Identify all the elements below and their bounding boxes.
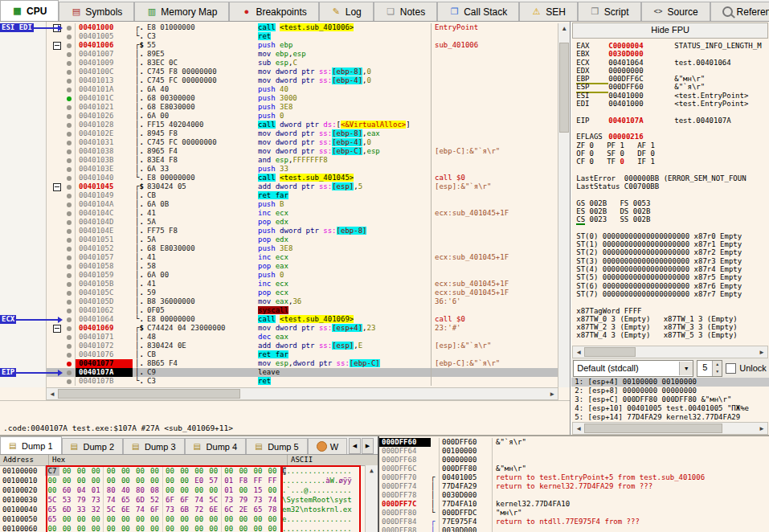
- disasm-row[interactable]: 00401058│.58pop eax: [0, 262, 570, 271]
- hex-byte[interactable]: 00: [265, 514, 280, 524]
- hex-byte[interactable]: 65: [45, 505, 59, 514]
- hex-byte[interactable]: 6E: [207, 505, 221, 514]
- hex-byte[interactable]: 00: [265, 466, 280, 476]
- hex-byte[interactable]: 73: [251, 495, 265, 505]
- hex-byte[interactable]: 6F: [162, 495, 178, 505]
- breakpoint-gutter[interactable]: [63, 129, 75, 138]
- argument-row[interactable]: 5: [esp+14] 77D4FA29 kernel32.77D4FA29: [571, 413, 769, 422]
- tab-notes[interactable]: ❏Notes: [374, 2, 437, 21]
- hex-byte[interactable]: 00: [133, 466, 147, 476]
- breakpoint-gutter[interactable]: [63, 306, 75, 315]
- fold-toggle-icon[interactable]: [53, 325, 61, 333]
- fold-cell[interactable]: [46, 182, 63, 191]
- hex-byte[interactable]: 74: [133, 505, 147, 514]
- breakpoint-gutter[interactable]: [63, 253, 75, 262]
- breakpoint-dot-icon[interactable]: [67, 264, 72, 269]
- breakpoint-dot-icon[interactable]: [67, 220, 72, 225]
- hex-byte[interactable]: 00: [221, 514, 236, 524]
- hex-byte[interactable]: 04: [74, 485, 88, 495]
- breakpoint-gutter[interactable]: [63, 280, 75, 289]
- disasm-row[interactable]: 0040100C│.C745 F8 00000000mov dword ptr …: [0, 68, 570, 76]
- dump-tab-5[interactable]: ▤Dump 5: [246, 438, 308, 454]
- breakpoint-dot-icon[interactable]: [67, 26, 72, 31]
- breakpoint-dot-icon[interactable]: [67, 203, 72, 207]
- breakpoint-dot-icon[interactable]: [67, 70, 72, 75]
- disasm-row[interactable]: 0040101C│.68 00300000push 3000: [0, 94, 570, 103]
- disasm-row[interactable]: 00401028│.FF15 40204000call dword ptr ds…: [0, 121, 570, 129]
- breakpoint-dot-icon[interactable]: [67, 176, 72, 181]
- stack-row[interactable]: 000DFF70┌00401005return to test.EntryPoi…: [379, 473, 769, 482]
- hex-byte[interactable]: 73: [88, 495, 103, 505]
- hex-byte[interactable]: 08: [147, 485, 162, 495]
- hex-byte[interactable]: 00: [162, 476, 178, 485]
- scroll-left-icon[interactable]: ◄: [47, 391, 58, 398]
- breakpoint-dot-icon[interactable]: [67, 309, 72, 313]
- hex-byte[interactable]: 00: [192, 466, 207, 476]
- dump-row[interactable]: 001000305C53797374656D526F6F745C73797374…: [0, 495, 378, 505]
- tab-breakpoints[interactable]: ●Breakpoints: [229, 2, 318, 21]
- scroll-left-icon[interactable]: ◄: [573, 425, 584, 432]
- disasm-row[interactable]: 0040103B│.83E4 F8and esp,FFFFFFF8: [0, 156, 570, 165]
- fold-cell[interactable]: [46, 324, 63, 333]
- scroll-right-icon[interactable]: ►: [756, 349, 767, 356]
- breakpoint-dot-icon[interactable]: [67, 247, 72, 252]
- hex-byte[interactable]: 00: [207, 485, 221, 495]
- hex-byte[interactable]: 73: [221, 495, 236, 505]
- disasm-row[interactable]: 0040105D│.B8 36000000mov eax,3636:'6': [0, 297, 570, 306]
- hex-byte[interactable]: 6C: [221, 505, 236, 514]
- hex-byte[interactable]: 73: [162, 505, 178, 514]
- disasm-row[interactable]: 00401006┌$55push ebpsub_401006: [0, 41, 570, 50]
- scroll-right-icon[interactable]: ►: [546, 391, 558, 398]
- hex-byte[interactable]: 00: [162, 466, 178, 476]
- hex-byte[interactable]: 00: [221, 466, 236, 476]
- disasm-row[interactable]: 00401072│.830424 0Eadd dword ptr ss:[esp…: [0, 342, 570, 350]
- breakpoint-gutter[interactable]: [63, 103, 75, 112]
- spin-down-icon[interactable]: ▼: [713, 368, 722, 376]
- disasm-row[interactable]: 00401051│.5Apop edx: [0, 235, 570, 244]
- dump-tab-4[interactable]: ▤Dump 4: [185, 438, 247, 454]
- disasm-row[interactable]: 0040102E│.8945 F8mov dword ptr ss:[ebp-8…: [0, 129, 570, 138]
- stack-row[interactable]: 000DFF74│77D4FA29return to kernel32.77D4…: [379, 482, 769, 491]
- hex-byte[interactable]: 00: [103, 466, 118, 476]
- breakpoint-gutter[interactable]: [63, 138, 75, 147]
- hex-byte[interactable]: 00: [221, 524, 236, 532]
- disasm-row[interactable]: 00401009│.83EC 0Csub esp,C: [0, 59, 570, 68]
- hex-byte[interactable]: F8: [236, 476, 251, 485]
- breakpoint-dot-icon[interactable]: [67, 300, 72, 305]
- breakpoint-dot-icon[interactable]: [67, 379, 72, 384]
- hex-byte[interactable]: 00: [192, 485, 207, 495]
- breakpoint-gutter[interactable]: [63, 368, 75, 377]
- hex-byte[interactable]: 74: [265, 495, 280, 505]
- unlock-checkbox[interactable]: [726, 363, 736, 374]
- arguments-hscroll-thumb[interactable]: [584, 424, 722, 433]
- hex-byte[interactable]: 65: [45, 514, 59, 524]
- hex-byte[interactable]: 00: [103, 476, 118, 485]
- stack-row[interactable]: 000DFF84┌77E975F4return to ntdll.77E975F…: [379, 518, 769, 526]
- hex-byte[interactable]: 74: [103, 495, 118, 505]
- breakpoint-dot-icon[interactable]: [67, 185, 72, 190]
- hex-byte[interactable]: 00: [236, 524, 251, 532]
- argument-row[interactable]: 2: [esp+8] 00000000 00000000: [571, 387, 769, 395]
- tab-log[interactable]: ✎Log: [319, 2, 374, 21]
- breakpoint-gutter[interactable]: [63, 333, 75, 342]
- tab-cpu[interactable]: ▦CPU: [0, 0, 59, 21]
- hex-byte[interactable]: 01: [88, 485, 103, 495]
- breakpoint-gutter[interactable]: [63, 271, 75, 280]
- breakpoint-gutter[interactable]: [63, 174, 75, 182]
- breakpoint-dot-icon[interactable]: [67, 79, 72, 84]
- watch-tab[interactable]: W: [308, 438, 347, 454]
- breakpoint-gutter[interactable]: [63, 342, 75, 350]
- disasm-row[interactable]: 00401007│.89E5mov ebp,esp: [0, 50, 570, 59]
- tab-script[interactable]: ❒Script: [578, 2, 641, 21]
- argument-row[interactable]: 4: [esp+10] 00401005 test.00401005 "ПЖ%е: [571, 404, 769, 413]
- disasm-row[interactable]: 0040104E│.FF75 F8push dword ptr ss:[ebp-…: [0, 227, 570, 235]
- breakpoint-dot-icon[interactable]: [67, 335, 72, 340]
- hex-byte[interactable]: 00: [118, 514, 133, 524]
- hex-byte[interactable]: 60: [59, 485, 74, 495]
- breakpoint-gutter[interactable]: [63, 262, 75, 271]
- hex-byte[interactable]: 00: [178, 466, 192, 476]
- hex-byte[interactable]: 32: [88, 505, 103, 514]
- hex-byte[interactable]: 79: [74, 495, 88, 505]
- dump-row[interactable]: 00100000C7000000000000000000000000000000…: [0, 466, 378, 476]
- disasm-row[interactable]: 00401021│.68 E8030000push 3E8: [0, 103, 570, 112]
